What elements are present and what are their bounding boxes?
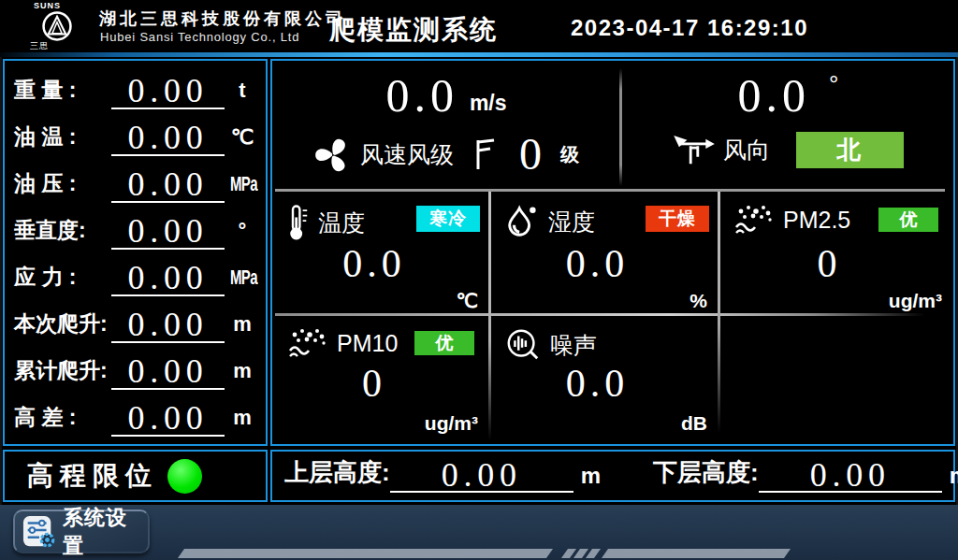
settings-button[interactable]: 系统设置 [13, 510, 150, 553]
measure-label: 垂直度: [14, 216, 111, 250]
measure-value: 0.00 [111, 122, 225, 156]
temperature-status-badge: 寒冷 [416, 206, 480, 232]
measure-unit: m [225, 359, 260, 390]
env-unit: ug/m³ [425, 412, 478, 435]
measure-unit: ℃ [225, 125, 260, 156]
env-value: 0.0 [272, 244, 476, 283]
measure-unit: m [225, 312, 260, 343]
droplet-icon [504, 203, 540, 240]
thermometer-icon [287, 203, 310, 242]
env-unit: % [689, 290, 707, 312]
wind-section: 0.0 m/s 风速风级 [272, 61, 953, 192]
wind-direction-block: 0.0 ° 风向 北 [623, 61, 953, 192]
env-label: PM2.5 [783, 207, 850, 234]
env-label: 湿度 [548, 207, 595, 237]
measure-value: 0.00 [111, 309, 225, 343]
measurements-panel: 重 量 : 0.00 t 油 温 : 0.00 ℃ 油 压 : 0.00 MPa… [3, 59, 268, 446]
measure-label: 油 温 : [14, 122, 111, 156]
measure-unit: MPa [230, 172, 254, 203]
wind-vane-icon [673, 134, 716, 167]
taskbar: 系统设置 [0, 505, 958, 560]
measure-row-weight: 重 量 : 0.00 t [5, 66, 266, 109]
measure-row-height-diff: 高 差 : 0.00 m [5, 394, 266, 437]
wind-speed-unit: m/s [470, 91, 507, 116]
env-cell-humidity: 湿度 干燥 0.0 % [489, 192, 718, 315]
upper-height-unit: m [581, 463, 601, 493]
wind-level-unit: 级 [560, 142, 579, 167]
env-cell-noise: 噪声 0.0 dB [489, 315, 718, 444]
lower-height-unit: m [950, 463, 958, 493]
lower-height-group: 下层高度: 0.00 m [653, 456, 958, 493]
measure-label: 油 压 : [14, 169, 111, 203]
measure-label: 应 力 : [14, 263, 111, 296]
humidity-status-badge: 干燥 [646, 206, 709, 232]
header: SUNS 三思 湖北三思科技股份有限公司 Hubei Sansi Technol… [0, 0, 958, 52]
measure-unit: ° [225, 219, 260, 250]
lower-height-value: 0.00 [759, 459, 942, 493]
wind-level-value: 0 [519, 132, 542, 177]
upper-height-value: 0.00 [390, 459, 573, 493]
wind-speed-value: 0.0 [385, 72, 458, 119]
measure-value: 0.00 [111, 262, 225, 296]
pm10-status-badge: 优 [414, 331, 474, 355]
env-value: 0 [272, 364, 476, 403]
wind-level-flag-icon [474, 137, 497, 171]
measure-label: 高 差 : [14, 403, 111, 437]
heights-box: 上层高度: 0.00 m 下层高度: 0.00 m [270, 450, 955, 502]
measure-value: 0.00 [111, 355, 225, 390]
measure-value: 0.00 [111, 75, 225, 109]
wind-divider [619, 68, 622, 186]
env-value: 0.0 [489, 244, 705, 283]
env-cell-pm10: PM10 优 0 ug/m³ [272, 315, 489, 444]
elevation-limit-indicator [167, 459, 202, 494]
measure-row-verticality: 垂直度: 0.00 ° [5, 207, 266, 250]
elevation-limit-label: 高程限位 [27, 458, 158, 494]
env-unit: ℃ [456, 290, 478, 312]
measure-label: 重 量 : [14, 76, 111, 109]
measure-label: 本次爬升: [14, 309, 111, 343]
lower-height-label: 下层高度: [653, 456, 759, 493]
wind-direction-value: 0.0 [738, 72, 811, 119]
upper-height-label: 上层高度: [284, 456, 390, 493]
company-logo: SUNS 三思 [21, 2, 94, 50]
measure-value: 0.00 [111, 215, 225, 250]
decorative-stripe [0, 549, 805, 558]
upper-height-group: 上层高度: 0.00 m [284, 456, 601, 493]
env-cell-pm25: PM2.5 优 0 ug/m³ [718, 192, 953, 315]
measure-row-oil-temp: 油 温 : 0.00 ℃ [5, 113, 266, 156]
noise-icon [504, 326, 542, 364]
wind-direction-unit: ° [829, 72, 838, 96]
env-cell-empty [718, 315, 953, 444]
settings-icon [22, 514, 56, 550]
env-unit: ug/m³ [889, 290, 942, 312]
measure-row-stress: 应 力 : 0.00 MPa [5, 253, 266, 296]
wind-direction-label: 风向 [723, 135, 770, 165]
wind-direction-badge: 北 [796, 132, 904, 168]
header-divider [0, 52, 958, 57]
env-value: 0.0 [489, 364, 705, 403]
company-name-cn: 湖北三思科技股份有限公司 [99, 7, 346, 30]
measure-value: 0.00 [111, 402, 225, 437]
measure-label: 累计爬升: [14, 356, 111, 390]
measure-unit: t [225, 79, 260, 109]
measure-unit: m [225, 406, 260, 437]
fan-icon [313, 135, 353, 174]
env-label: PM10 [337, 330, 398, 357]
page-title: 爬模监测系统 [329, 12, 498, 48]
env-label: 温度 [318, 208, 365, 238]
pm10-dust-icon [287, 326, 328, 360]
logo-suns-text: SUNS [21, 2, 94, 10]
measure-row-current-climb: 本次爬升: 0.00 m [5, 300, 266, 343]
datetime: 2023-04-17 16:29:10 [571, 15, 808, 41]
pm25-dust-icon [733, 203, 775, 237]
hmi-screen: SUNS 三思 湖北三思科技股份有限公司 Hubei Sansi Technol… [0, 0, 958, 560]
wind-speed-label: 风速风级 [360, 139, 454, 170]
environment-panel: 0.0 m/s 风速风级 [270, 59, 955, 446]
env-value: 0 [718, 244, 940, 283]
env-label: 噪声 [550, 330, 597, 361]
elevation-limit-box: 高程限位 [3, 450, 268, 502]
measure-row-total-climb: 累计爬升: 0.00 m [5, 347, 266, 390]
logo-sansi-text: 三思 [21, 42, 94, 50]
wind-speed-block: 0.0 m/s 风速风级 [272, 61, 620, 192]
measure-row-oil-pressure: 油 压 : 0.00 MPa [5, 160, 266, 203]
